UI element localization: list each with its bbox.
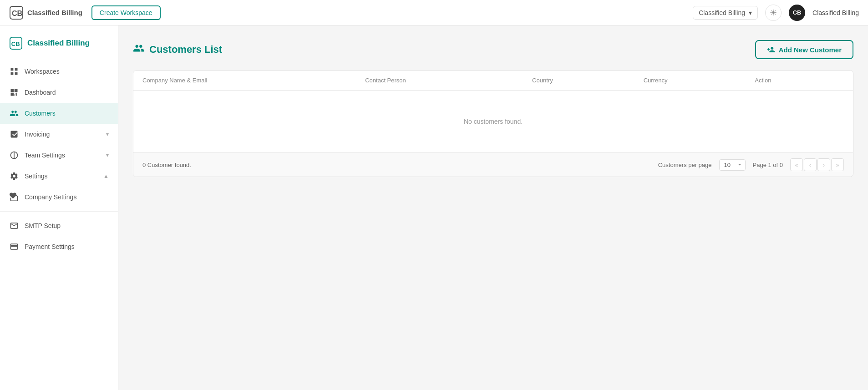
main-content: Customers List Add New Customer Company … bbox=[118, 25, 868, 390]
app-logo: CB Classified Billing bbox=[9, 5, 82, 20]
company-settings-icon bbox=[9, 192, 19, 202]
top-nav: CB Classified Billing Create Workspace C… bbox=[0, 0, 868, 25]
col-currency: Currency bbox=[644, 77, 755, 84]
sidebar-brand: CB Classified Billing bbox=[0, 33, 118, 57]
sidebar-label-dashboard: Dashboard bbox=[25, 89, 56, 96]
top-nav-right: Classified Billing ▾ ☀ CB Classified Bil… bbox=[693, 5, 859, 21]
sidebar-brand-icon: CB bbox=[9, 36, 23, 50]
avatar[interactable]: CB bbox=[789, 5, 805, 21]
payment-settings-icon bbox=[9, 242, 19, 252]
sidebar-item-smtp-setup[interactable]: SMTP Setup bbox=[0, 215, 118, 236]
col-action: Action bbox=[755, 77, 844, 84]
next-page-button[interactable]: › bbox=[817, 158, 830, 171]
add-customer-button[interactable]: Add New Customer bbox=[755, 40, 853, 59]
customers-page-icon bbox=[133, 42, 145, 57]
page-info: Page 1 of 0 bbox=[753, 162, 783, 168]
create-workspace-button[interactable]: Create Workspace bbox=[91, 5, 161, 20]
dashboard-icon bbox=[9, 87, 19, 97]
team-settings-chevron-icon: ▾ bbox=[106, 152, 109, 158]
sidebar-item-settings[interactable]: Settings ▲ bbox=[0, 166, 118, 187]
chevron-down-icon: ▾ bbox=[749, 9, 752, 16]
sidebar-label-workspaces: Workspaces bbox=[25, 68, 60, 75]
sidebar-item-invoicing[interactable]: Invoicing ▾ bbox=[0, 124, 118, 145]
logo-text: Classified Billing bbox=[27, 9, 82, 16]
sidebar-label-invoicing: Invoicing bbox=[25, 131, 50, 138]
add-customer-label: Add New Customer bbox=[779, 46, 842, 54]
sidebar-item-workspaces[interactable]: Workspaces bbox=[0, 61, 118, 82]
settings-icon bbox=[9, 171, 19, 181]
table-footer: 0 Customer found. Customers per page 10 … bbox=[133, 152, 853, 177]
col-contact: Contact Person bbox=[365, 77, 532, 84]
sidebar-item-payment-settings[interactable]: Payment Settings bbox=[0, 236, 118, 257]
sidebar-label-customers: Customers bbox=[25, 110, 56, 117]
page-title: Customers List bbox=[149, 44, 222, 56]
empty-message: No customers found. bbox=[464, 118, 523, 125]
sidebar-item-team-settings[interactable]: Team Settings ▾ bbox=[0, 145, 118, 166]
found-count: 0 Customer found. bbox=[142, 162, 191, 168]
workspace-selector-label: Classified Billing bbox=[699, 9, 745, 16]
workspaces-icon bbox=[9, 66, 19, 76]
prev-page-button[interactable]: ‹ bbox=[804, 158, 817, 171]
settings-chevron-icon: ▲ bbox=[103, 173, 109, 179]
svg-text:CB: CB bbox=[11, 41, 20, 47]
team-settings-icon bbox=[9, 150, 19, 160]
svg-text:CB: CB bbox=[12, 10, 22, 17]
per-page-label: Customers per page bbox=[658, 162, 712, 168]
sidebar-label-settings: Settings bbox=[25, 172, 48, 180]
user-name: Classified Billing bbox=[812, 9, 859, 16]
table-header: Company Name & Email Contact Person Coun… bbox=[133, 71, 853, 91]
invoicing-icon bbox=[9, 129, 19, 139]
workspace-selector[interactable]: Classified Billing ▾ bbox=[693, 6, 758, 20]
table-empty-state: No customers found. bbox=[133, 91, 853, 152]
page-header: Customers List Add New Customer bbox=[133, 40, 853, 59]
first-page-button[interactable]: « bbox=[790, 158, 803, 171]
logo-icon: CB bbox=[9, 5, 24, 20]
sidebar-label-team-settings: Team Settings bbox=[25, 152, 65, 159]
sidebar-item-company-settings[interactable]: Company Settings bbox=[0, 187, 118, 208]
sidebar-item-dashboard[interactable]: Dashboard bbox=[0, 82, 118, 103]
customers-icon bbox=[9, 108, 19, 118]
sidebar-divider bbox=[0, 211, 118, 212]
pagination-controls: Customers per page 10 25 50 100 Page 1 o… bbox=[658, 158, 844, 171]
sun-icon: ☀ bbox=[770, 8, 777, 18]
sidebar-brand-name: Classified Billing bbox=[27, 39, 90, 48]
avatar-initials: CB bbox=[793, 9, 802, 16]
sidebar-label-smtp-setup: SMTP Setup bbox=[25, 222, 61, 229]
pagination-buttons: « ‹ › » bbox=[790, 158, 844, 171]
sidebar-label-company-settings: Company Settings bbox=[25, 193, 76, 201]
theme-toggle-button[interactable]: ☀ bbox=[765, 5, 782, 21]
invoicing-chevron-icon: ▾ bbox=[106, 131, 109, 137]
app-layout: CB Classified Billing Workspaces Dashboa… bbox=[0, 25, 868, 390]
sidebar-label-payment-settings: Payment Settings bbox=[25, 243, 75, 250]
sidebar-item-customers[interactable]: Customers bbox=[0, 103, 118, 124]
sidebar: CB Classified Billing Workspaces Dashboa… bbox=[0, 25, 118, 390]
last-page-button[interactable]: » bbox=[831, 158, 844, 171]
page-title-wrap: Customers List bbox=[133, 42, 222, 57]
customers-table: Company Name & Email Contact Person Coun… bbox=[133, 70, 853, 177]
smtp-icon bbox=[9, 221, 19, 231]
col-company: Company Name & Email bbox=[142, 77, 365, 84]
col-country: Country bbox=[532, 77, 644, 84]
per-page-select[interactable]: 10 25 50 100 bbox=[719, 159, 746, 171]
